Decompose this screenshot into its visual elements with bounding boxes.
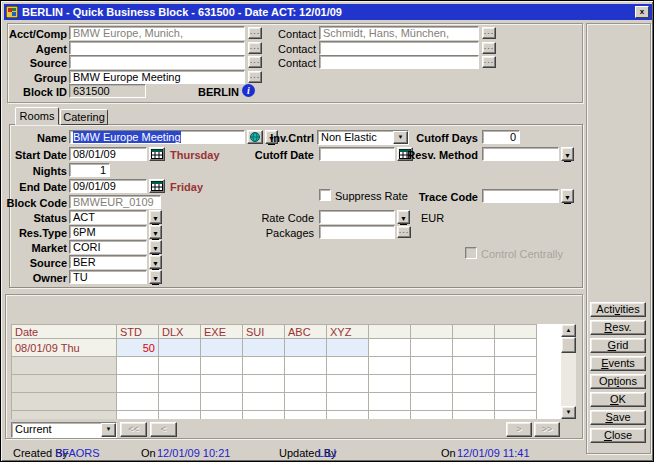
grid-cell[interactable]: [159, 411, 201, 420]
acct-comp-field[interactable]: BMW Europe, Munich,: [69, 26, 245, 40]
grid-cell[interactable]: [411, 393, 453, 411]
grid-cell[interactable]: [453, 411, 495, 420]
grid-cell[interactable]: [285, 375, 327, 393]
grid-cell[interactable]: [201, 357, 243, 375]
events-button[interactable]: Events: [590, 356, 646, 371]
grid-cell[interactable]: [117, 393, 159, 411]
grid-std-cell[interactable]: 50: [117, 339, 159, 357]
grid-button[interactable]: Grid: [590, 338, 646, 353]
info-icon[interactable]: i: [242, 84, 255, 97]
grid-cell[interactable]: [201, 375, 243, 393]
grid-cell[interactable]: [495, 357, 537, 375]
save-button[interactable]: Save: [590, 410, 646, 425]
grid-cell[interactable]: [495, 411, 537, 420]
contact3-lookup-button[interactable]: ...: [482, 56, 496, 68]
grid-cell[interactable]: [159, 393, 201, 411]
owner-field[interactable]: TU: [69, 270, 147, 284]
grid-cell[interactable]: [369, 393, 411, 411]
tab-catering[interactable]: Catering: [60, 109, 108, 125]
options-button[interactable]: Options: [590, 374, 646, 389]
ok-button[interactable]: OK: [590, 392, 646, 407]
contact1-field[interactable]: Schmidt, Hans, München,: [319, 26, 479, 40]
name-field[interactable]: BMW Europe Meeting: [69, 130, 245, 144]
grid-cell[interactable]: [411, 357, 453, 375]
grid-cell[interactable]: [327, 411, 369, 420]
grid-cell[interactable]: [327, 339, 369, 357]
grid-cell[interactable]: [369, 339, 411, 357]
grid-cell[interactable]: [243, 411, 285, 420]
contact2-field[interactable]: [319, 41, 479, 55]
grid-cell[interactable]: [243, 375, 285, 393]
grid-cell[interactable]: [285, 339, 327, 357]
tab-rooms[interactable]: Rooms: [15, 107, 59, 125]
market-lov-button[interactable]: ▼: [149, 240, 162, 254]
view-combobox[interactable]: Current ▼: [11, 422, 117, 438]
agent-field[interactable]: [69, 41, 245, 55]
status-field[interactable]: ACT: [69, 210, 147, 224]
close-icon[interactable]: x: [635, 6, 649, 18]
grid-cell[interactable]: [411, 375, 453, 393]
grid-cell[interactable]: [495, 375, 537, 393]
activities-button[interactable]: Activities: [590, 302, 646, 317]
grid-cell[interactable]: [495, 393, 537, 411]
grid-cell[interactable]: [117, 357, 159, 375]
agent-lookup-button[interactable]: ...: [248, 42, 262, 54]
grid-cell[interactable]: [159, 357, 201, 375]
grid-cell[interactable]: [285, 357, 327, 375]
group-lookup-button[interactable]: ...: [248, 71, 262, 83]
grid-date-cell[interactable]: [12, 357, 117, 375]
grid-cell[interactable]: [453, 375, 495, 393]
grid-cell[interactable]: [243, 357, 285, 375]
grid-cell[interactable]: [243, 339, 285, 357]
packages-lookup-button[interactable]: ...: [397, 226, 411, 238]
resv-button[interactable]: Resv.: [590, 320, 646, 335]
grid-scrollbar[interactable]: ▲ ▼: [561, 324, 576, 419]
grid-cell[interactable]: [369, 357, 411, 375]
grid-date-cell[interactable]: 08/01/09 Thu: [12, 339, 117, 357]
chevron-down-icon[interactable]: ▼: [101, 423, 116, 437]
res-type-field[interactable]: 6PM: [69, 225, 147, 239]
start-date-calendar-button[interactable]: [149, 147, 165, 161]
rate-code-field[interactable]: [319, 210, 395, 224]
grid-cell[interactable]: [285, 411, 327, 420]
group-field[interactable]: BMW Europe Meeting: [69, 70, 245, 84]
nights-field[interactable]: 1: [69, 163, 110, 177]
grid-cell[interactable]: [201, 393, 243, 411]
grid-cell[interactable]: [453, 339, 495, 357]
grid-date-cell[interactable]: [12, 411, 117, 420]
end-date-calendar-button[interactable]: [149, 179, 165, 193]
grid-cell[interactable]: [201, 411, 243, 420]
grid-cell[interactable]: [285, 393, 327, 411]
scroll-down-icon[interactable]: ▼: [561, 406, 576, 419]
close-button[interactable]: Close: [590, 428, 646, 443]
cutoff-date-field[interactable]: [319, 147, 395, 161]
suppress-rate-checkbox[interactable]: [319, 189, 331, 201]
market-field[interactable]: CORI: [69, 240, 147, 254]
grid-cell[interactable]: [327, 393, 369, 411]
res-type-lov-button[interactable]: ▼: [149, 225, 162, 239]
grid-cell[interactable]: [117, 375, 159, 393]
grid-cell[interactable]: [117, 411, 159, 420]
grid-cell[interactable]: [411, 339, 453, 357]
status-lov-button[interactable]: ▼: [149, 210, 162, 224]
prev-page-button[interactable]: <: [150, 422, 177, 437]
scroll-up-icon[interactable]: ▲: [561, 324, 576, 337]
grid-cell[interactable]: [243, 393, 285, 411]
trace-code-field[interactable]: [482, 189, 559, 203]
block-source-field[interactable]: BER: [69, 255, 147, 269]
grid-cell[interactable]: [327, 375, 369, 393]
cutoff-days-field[interactable]: 0: [482, 130, 520, 144]
resv-method-lov-button[interactable]: ▼: [561, 147, 574, 161]
start-date-field[interactable]: 08/01/09: [69, 147, 147, 161]
trace-code-lov-button[interactable]: ▼: [561, 189, 574, 203]
grid-date-cell[interactable]: [12, 375, 117, 393]
grid-cell[interactable]: [327, 357, 369, 375]
contact1-lookup-button[interactable]: ...: [482, 27, 496, 39]
source-lookup-button[interactable]: ...: [248, 56, 262, 68]
packages-field[interactable]: [319, 225, 395, 239]
acct-comp-lookup-button[interactable]: ...: [248, 27, 262, 39]
scrollbar-thumb[interactable]: [561, 337, 576, 353]
source-field[interactable]: [69, 55, 245, 69]
grid-cell[interactable]: [159, 339, 201, 357]
grid-cell[interactable]: [495, 339, 537, 357]
